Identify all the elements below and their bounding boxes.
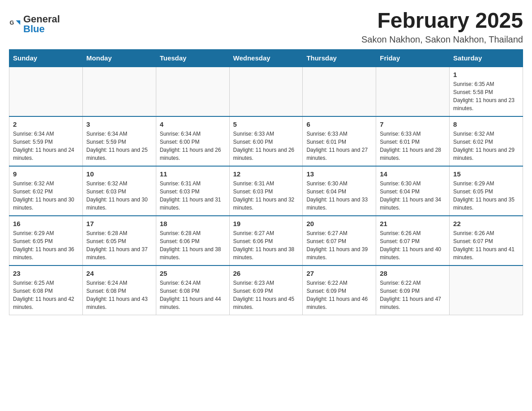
day-cell: 20Sunrise: 6:27 AM Sunset: 6:07 PM Dayli… (303, 216, 376, 265)
day-cell (82, 67, 156, 116)
day-cell: 19Sunrise: 6:27 AM Sunset: 6:06 PM Dayli… (229, 216, 303, 265)
day-cell: 1Sunrise: 6:35 AM Sunset: 5:58 PM Daylig… (450, 67, 523, 116)
day-info: Sunrise: 6:34 AM Sunset: 5:59 PM Dayligh… (13, 130, 79, 162)
day-cell: 2Sunrise: 6:34 AM Sunset: 5:59 PM Daylig… (9, 116, 83, 166)
day-info: Sunrise: 6:28 AM Sunset: 6:05 PM Dayligh… (86, 229, 152, 261)
day-number: 27 (306, 270, 372, 277)
logo-icon: G (9, 18, 21, 30)
day-info: Sunrise: 6:26 AM Sunset: 6:07 PM Dayligh… (380, 229, 446, 261)
day-cell (9, 67, 83, 116)
day-number: 21 (380, 220, 446, 227)
week-row-5: 23Sunrise: 6:25 AM Sunset: 6:08 PM Dayli… (9, 265, 523, 315)
week-row-2: 2Sunrise: 6:34 AM Sunset: 5:59 PM Daylig… (9, 116, 523, 166)
day-info: Sunrise: 6:22 AM Sunset: 6:09 PM Dayligh… (380, 279, 446, 311)
day-cell (156, 67, 229, 116)
day-cell: 6Sunrise: 6:33 AM Sunset: 6:01 PM Daylig… (303, 116, 376, 166)
day-cell: 5Sunrise: 6:33 AM Sunset: 6:00 PM Daylig… (229, 116, 303, 166)
day-cell: 13Sunrise: 6:30 AM Sunset: 6:04 PM Dayli… (303, 166, 376, 216)
day-info: Sunrise: 6:34 AM Sunset: 6:00 PM Dayligh… (160, 130, 226, 162)
day-info: Sunrise: 6:32 AM Sunset: 6:02 PM Dayligh… (13, 180, 79, 212)
day-info: Sunrise: 6:32 AM Sunset: 6:02 PM Dayligh… (453, 130, 519, 162)
day-cell: 12Sunrise: 6:31 AM Sunset: 6:03 PM Dayli… (229, 166, 303, 216)
day-number: 9 (13, 170, 79, 178)
day-number: 22 (453, 220, 519, 227)
day-cell: 11Sunrise: 6:31 AM Sunset: 6:03 PM Dayli… (156, 166, 229, 216)
day-number: 7 (380, 120, 446, 128)
day-cell: 25Sunrise: 6:24 AM Sunset: 6:08 PM Dayli… (156, 265, 229, 315)
day-cell: 10Sunrise: 6:32 AM Sunset: 6:03 PM Dayli… (82, 166, 156, 216)
day-cell (376, 67, 450, 116)
calendar-table: Sunday Monday Tuesday Wednesday Thursday… (9, 49, 523, 315)
location-subtitle: Sakon Nakhon, Sakon Nakhon, Thailand (361, 34, 523, 45)
header-saturday: Saturday (450, 49, 523, 67)
day-number: 16 (13, 220, 79, 227)
day-info: Sunrise: 6:27 AM Sunset: 6:06 PM Dayligh… (233, 229, 299, 261)
day-info: Sunrise: 6:30 AM Sunset: 6:04 PM Dayligh… (306, 180, 372, 212)
day-number: 3 (86, 120, 152, 128)
page-header: G GeneralBlue February 2025 Sakon Nakhon… (9, 9, 523, 45)
day-info: Sunrise: 6:31 AM Sunset: 6:03 PM Dayligh… (233, 180, 299, 212)
day-number: 17 (86, 220, 152, 227)
day-info: Sunrise: 6:34 AM Sunset: 5:59 PM Dayligh… (86, 130, 152, 162)
day-number: 4 (160, 120, 226, 128)
day-cell: 3Sunrise: 6:34 AM Sunset: 5:59 PM Daylig… (82, 116, 156, 166)
header-friday: Friday (376, 49, 450, 67)
day-info: Sunrise: 6:24 AM Sunset: 6:08 PM Dayligh… (160, 279, 226, 311)
day-info: Sunrise: 6:30 AM Sunset: 6:04 PM Dayligh… (380, 180, 446, 212)
day-info: Sunrise: 6:31 AM Sunset: 6:03 PM Dayligh… (160, 180, 226, 212)
day-cell: 27Sunrise: 6:22 AM Sunset: 6:09 PM Dayli… (303, 265, 376, 315)
day-number: 6 (306, 120, 372, 128)
day-number: 15 (453, 170, 519, 178)
day-cell: 15Sunrise: 6:29 AM Sunset: 6:05 PM Dayli… (450, 166, 523, 216)
day-cell (450, 265, 523, 315)
week-row-1: 1Sunrise: 6:35 AM Sunset: 5:58 PM Daylig… (9, 67, 523, 116)
day-info: Sunrise: 6:33 AM Sunset: 6:01 PM Dayligh… (380, 130, 446, 162)
day-number: 19 (233, 220, 299, 227)
day-cell: 9Sunrise: 6:32 AM Sunset: 6:02 PM Daylig… (9, 166, 83, 216)
day-info: Sunrise: 6:28 AM Sunset: 6:06 PM Dayligh… (160, 229, 226, 261)
day-cell: 18Sunrise: 6:28 AM Sunset: 6:06 PM Dayli… (156, 216, 229, 265)
week-row-4: 16Sunrise: 6:29 AM Sunset: 6:05 PM Dayli… (9, 216, 523, 265)
day-number: 10 (86, 170, 152, 178)
day-cell: 21Sunrise: 6:26 AM Sunset: 6:07 PM Dayli… (376, 216, 450, 265)
day-info: Sunrise: 6:35 AM Sunset: 5:58 PM Dayligh… (453, 80, 519, 112)
day-info: Sunrise: 6:22 AM Sunset: 6:09 PM Dayligh… (306, 279, 372, 311)
day-cell (303, 67, 376, 116)
day-cell: 7Sunrise: 6:33 AM Sunset: 6:01 PM Daylig… (376, 116, 450, 166)
header-tuesday: Tuesday (156, 49, 229, 67)
day-cell: 14Sunrise: 6:30 AM Sunset: 6:04 PM Dayli… (376, 166, 450, 216)
day-info: Sunrise: 6:27 AM Sunset: 6:07 PM Dayligh… (306, 229, 372, 261)
day-cell: 8Sunrise: 6:32 AM Sunset: 6:02 PM Daylig… (450, 116, 523, 166)
title-section: February 2025 Sakon Nakhon, Sakon Nakhon… (361, 9, 523, 45)
day-number: 28 (380, 270, 446, 277)
day-number: 1 (453, 71, 519, 78)
day-info: Sunrise: 6:24 AM Sunset: 6:08 PM Dayligh… (86, 279, 152, 311)
day-info: Sunrise: 6:32 AM Sunset: 6:03 PM Dayligh… (86, 180, 152, 212)
day-number: 12 (233, 170, 299, 178)
day-number: 14 (380, 170, 446, 178)
logo-blue-text: Blue (23, 23, 60, 35)
day-info: Sunrise: 6:26 AM Sunset: 6:07 PM Dayligh… (453, 229, 519, 261)
header-thursday: Thursday (303, 49, 376, 67)
week-row-3: 9Sunrise: 6:32 AM Sunset: 6:02 PM Daylig… (9, 166, 523, 216)
header-sunday: Sunday (9, 49, 83, 67)
svg-text:G: G (9, 20, 14, 26)
day-number: 2 (13, 120, 79, 128)
day-cell: 24Sunrise: 6:24 AM Sunset: 6:08 PM Dayli… (82, 265, 156, 315)
day-number: 8 (453, 120, 519, 128)
day-number: 23 (13, 270, 79, 277)
day-info: Sunrise: 6:23 AM Sunset: 6:09 PM Dayligh… (233, 279, 299, 311)
day-number: 5 (233, 120, 299, 128)
logo: G GeneralBlue (9, 13, 60, 35)
day-info: Sunrise: 6:33 AM Sunset: 6:01 PM Dayligh… (306, 130, 372, 162)
day-cell: 28Sunrise: 6:22 AM Sunset: 6:09 PM Dayli… (376, 265, 450, 315)
header-monday: Monday (82, 49, 156, 67)
day-info: Sunrise: 6:29 AM Sunset: 6:05 PM Dayligh… (453, 180, 519, 212)
day-number: 20 (306, 220, 372, 227)
day-info: Sunrise: 6:25 AM Sunset: 6:08 PM Dayligh… (13, 279, 79, 311)
day-number: 13 (306, 170, 372, 178)
month-title: February 2025 (361, 9, 523, 33)
day-number: 11 (160, 170, 226, 178)
day-cell: 4Sunrise: 6:34 AM Sunset: 6:00 PM Daylig… (156, 116, 229, 166)
day-cell: 23Sunrise: 6:25 AM Sunset: 6:08 PM Dayli… (9, 265, 83, 315)
